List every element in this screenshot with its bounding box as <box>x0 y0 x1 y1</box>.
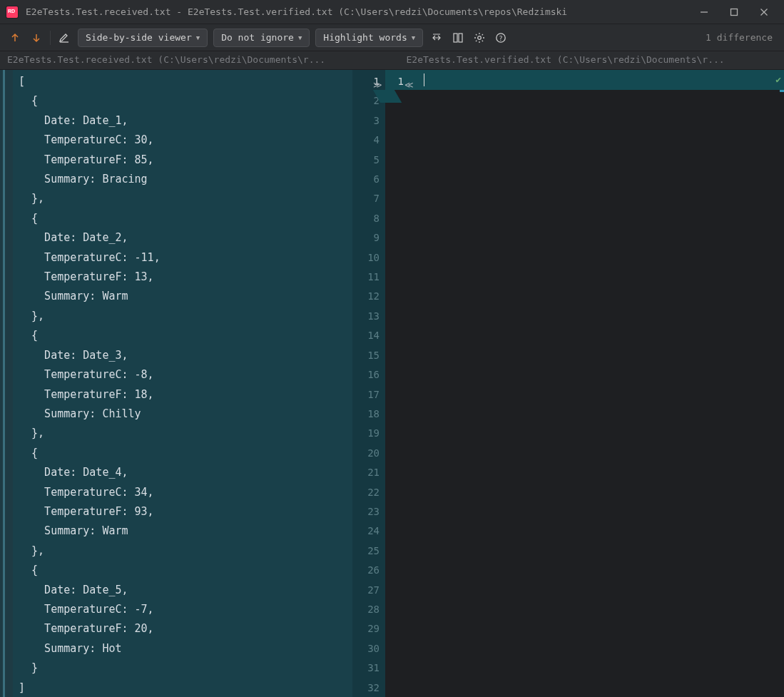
code-line[interactable]: TemperatureF: 93, <box>13 502 352 522</box>
svg-point-10 <box>478 36 482 39</box>
code-line[interactable]: TemperatureF: 85, <box>13 151 352 170</box>
code-line[interactable]: [ <box>13 72 352 91</box>
code-line[interactable]: Date: Date_5, <box>13 581 352 600</box>
collapse-unchanged-icon[interactable] <box>429 30 444 46</box>
left-change-marker <box>0 70 13 697</box>
code-line[interactable]: { <box>13 444 352 463</box>
help-icon[interactable]: ? <box>493 30 509 46</box>
sync-scroll-icon[interactable] <box>450 30 466 46</box>
code-line[interactable]: }, <box>13 307 352 326</box>
code-line[interactable]: TemperatureC: 34, <box>13 483 352 502</box>
line-number: 30 <box>352 639 385 658</box>
line-number: 17 <box>352 385 385 405</box>
diff-edge-marker <box>780 90 784 92</box>
minimize-button[interactable] <box>694 4 714 21</box>
code-line[interactable]: }, <box>13 424 352 443</box>
line-number: 5 <box>352 151 385 170</box>
line-number: 16 <box>352 365 385 385</box>
code-line[interactable]: Date: Date_1, <box>13 111 352 131</box>
svg-rect-4 <box>731 9 738 15</box>
line-number: 23 <box>352 502 385 522</box>
code-line[interactable]: TemperatureC: -11, <box>13 248 352 268</box>
viewer-mode-label: Side-by-side viewer <box>86 32 192 43</box>
right-code-area[interactable]: ✔ <box>417 70 784 697</box>
highlight-mode-dropdown[interactable]: Highlight words ▼ <box>315 29 423 47</box>
code-line[interactable]: Date: Date_2, <box>13 228 352 248</box>
code-line[interactable]: Date: Date_3, <box>13 346 352 365</box>
line-number: 3 <box>352 111 385 131</box>
code-line[interactable]: TemperatureF: 13, <box>13 268 352 287</box>
line-number: 13 <box>352 307 385 326</box>
code-line[interactable]: TemperatureF: 18, <box>13 385 352 405</box>
code-line[interactable]: TemperatureC: -8, <box>13 365 352 385</box>
svg-rect-8 <box>454 34 457 42</box>
line-number: 10 <box>352 248 385 268</box>
svg-text:RD: RD <box>8 9 15 14</box>
left-line-gutter: ≫ 12345678910111213141516171819202122232… <box>352 70 385 697</box>
ignore-mode-dropdown[interactable]: Do not ignore ▼ <box>213 29 310 47</box>
left-pane[interactable]: ✔ [ { Date: Date_1, TemperatureC: 30, Te… <box>0 70 385 697</box>
merge-left-icon[interactable]: ≪ <box>404 76 414 95</box>
window-controls <box>694 4 778 21</box>
code-line[interactable]: Summary: Hot <box>13 639 352 658</box>
code-line[interactable]: } <box>13 658 352 678</box>
line-number: 6 <box>352 170 385 189</box>
line-number: 32 <box>352 678 385 697</box>
code-line[interactable]: }, <box>13 189 352 208</box>
chevron-down-icon: ▼ <box>196 34 200 41</box>
close-button[interactable] <box>754 4 774 21</box>
window-title: E2eTests.Test.received.txt - E2eTests.Te… <box>26 6 694 17</box>
line-number: 31 <box>352 658 385 678</box>
line-number: 26 <box>352 561 385 580</box>
chevron-down-icon: ▼ <box>412 34 415 41</box>
right-diff-highlight <box>417 70 784 90</box>
line-number: 25 <box>352 541 385 561</box>
line-number: 4 <box>352 131 385 150</box>
line-number: 24 <box>352 522 385 541</box>
prev-diff-icon[interactable] <box>7 30 23 46</box>
right-line-gutter: 1 ≪ <box>385 70 417 90</box>
line-number: 7 <box>352 189 385 208</box>
right-pane[interactable]: 1 ≪ ✔ <box>385 70 784 697</box>
viewer-mode-dropdown[interactable]: Side-by-side viewer ▼ <box>78 29 208 47</box>
line-number: 29 <box>352 619 385 639</box>
checkmark-icon: ✔ <box>775 74 781 85</box>
left-file-header: E2eTests.Test.received.txt (C:\Users\red… <box>0 51 385 69</box>
code-line[interactable]: TemperatureC: 30, <box>13 131 352 150</box>
code-line[interactable]: Summary: Warm <box>13 287 352 306</box>
line-number: 22 <box>352 483 385 502</box>
maximize-button[interactable] <box>724 4 744 21</box>
code-line[interactable]: { <box>13 91 352 111</box>
code-line[interactable]: ] <box>13 678 352 697</box>
code-line[interactable]: TemperatureC: -7, <box>13 600 352 619</box>
line-number: 9 <box>352 228 385 248</box>
right-file-header: E2eTests.Test.verified.txt (C:\Users\red… <box>385 51 785 69</box>
line-number: 27 <box>352 581 385 600</box>
code-line[interactable]: { <box>13 561 352 580</box>
edit-icon[interactable] <box>56 30 72 46</box>
line-number: 11 <box>352 268 385 287</box>
text-cursor <box>424 73 424 86</box>
code-line[interactable]: Summary: Warm <box>13 522 352 541</box>
code-line[interactable]: Summary: Bracing <box>13 170 352 189</box>
separator <box>50 31 51 45</box>
code-line[interactable]: }, <box>13 541 352 561</box>
ignore-mode-label: Do not ignore <box>221 32 294 43</box>
code-line[interactable]: Summary: Chilly <box>13 405 352 424</box>
left-code-area[interactable]: [ { Date: Date_1, TemperatureC: 30, Temp… <box>13 70 352 697</box>
code-line[interactable]: { <box>13 326 352 345</box>
line-number: 21 <box>352 463 385 482</box>
line-number: 15 <box>352 346 385 365</box>
titlebar: RD E2eTests.Test.received.txt - E2eTests… <box>0 0 784 24</box>
gear-icon[interactable] <box>472 30 487 46</box>
line-number: 19 <box>352 424 385 443</box>
toolbar: Side-by-side viewer ▼ Do not ignore ▼ Hi… <box>0 24 784 51</box>
code-line[interactable]: Date: Date_4, <box>13 463 352 482</box>
svg-rect-9 <box>459 34 462 42</box>
code-line[interactable]: { <box>13 209 352 228</box>
file-headers: E2eTests.Test.received.txt (C:\Users\red… <box>0 51 784 70</box>
highlight-mode-label: Highlight words <box>323 32 407 43</box>
code-line[interactable]: TemperatureF: 20, <box>13 619 352 639</box>
line-number: 20 <box>352 444 385 463</box>
next-diff-icon[interactable] <box>29 30 44 46</box>
